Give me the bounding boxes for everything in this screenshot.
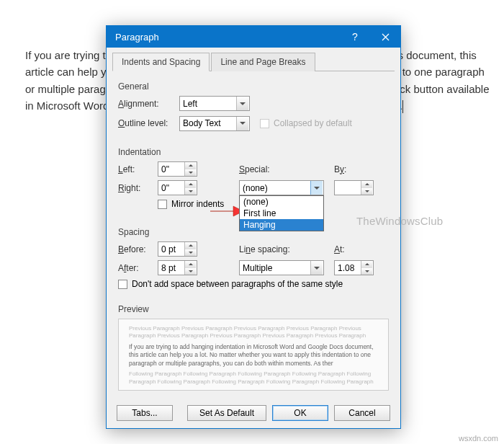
option-none[interactable]: (none) [240,196,323,208]
spin-down-icon[interactable] [185,188,196,195]
left-indent-label: Left: [118,164,158,174]
group-general: General [118,81,389,92]
dropdown-icon [310,261,323,275]
tabs-button[interactable]: Tabs... [117,405,173,421]
line-spacing-select[interactable]: Multiple [239,260,324,275]
group-preview: Preview [118,304,389,314]
tab-line-page-breaks[interactable]: Line and Page Breaks [211,53,315,71]
spin-up-icon[interactable] [185,261,196,268]
spin-up-icon[interactable] [361,181,372,188]
no-space-checkbox[interactable]: Don't add space between paragraphs of th… [118,279,389,289]
spin-down-icon[interactable] [185,268,196,275]
dropdown-icon [236,97,248,110]
dialog-title: Paragraph [115,32,159,43]
spin-down-icon[interactable] [185,249,196,257]
checkbox-icon [158,200,167,209]
spin-up-icon[interactable] [185,242,196,249]
special-label: Special: [239,164,282,174]
tab-bar: Indents and Spacing Line and Page Breaks [112,52,395,71]
close-icon [382,33,390,41]
by-spinner[interactable] [334,180,374,195]
dialog-footer: Tabs... Set As Default OK Cancel [107,405,400,421]
option-first-line[interactable]: First line [240,208,323,219]
before-spinner[interactable] [158,241,197,257]
left-indent-input[interactable] [158,162,184,176]
at-spinner[interactable] [334,260,374,275]
right-indent-label: Right: [118,183,158,193]
after-spinner[interactable] [158,260,197,275]
spin-down-icon[interactable] [361,268,372,275]
spin-down-icon[interactable] [361,188,372,195]
close-button[interactable] [370,26,400,48]
at-label: At: [334,244,356,254]
collapsed-checkbox: Collapsed by default [260,118,352,128]
option-hanging[interactable]: Hanging [240,219,323,231]
cancel-button[interactable]: Cancel [334,405,390,421]
spin-up-icon[interactable] [185,181,196,188]
spin-up-icon[interactable] [361,261,372,268]
dropdown-icon [310,181,323,195]
set-default-button[interactable]: Set As Default [187,405,266,421]
checkbox-icon [118,280,127,289]
left-indent-spinner[interactable] [158,161,197,177]
help-button[interactable]: ? [340,26,370,48]
outline-select[interactable]: Body Text [179,116,250,131]
preview-box: Previous Paragraph Previous Paragraph Pr… [118,319,389,391]
before-input[interactable] [158,242,184,256]
special-dropdown-list[interactable]: (none) First line Hanging [239,195,324,231]
after-input[interactable] [158,261,184,275]
dropdown-icon [236,117,248,130]
dialog-titlebar[interactable]: Paragraph ? [107,26,400,48]
outline-label: Outline level: [118,118,179,128]
line-spacing-label: Line spacing: [239,244,304,254]
checkbox-icon [260,119,269,128]
spin-down-icon[interactable] [185,169,196,177]
before-label: Before: [118,244,158,254]
at-input[interactable] [335,261,361,275]
paragraph-dialog: Paragraph ? Indents and Spacing Line and… [106,25,401,429]
special-select[interactable]: (none) [239,180,324,195]
spin-up-icon[interactable] [185,162,196,169]
right-indent-spinner[interactable] [158,180,197,195]
alignment-select[interactable]: Left [179,96,250,111]
group-indentation: Indentation [118,147,389,157]
by-input[interactable] [335,181,361,195]
after-label: After: [118,263,158,273]
ok-button[interactable]: OK [272,405,328,421]
right-indent-input[interactable] [158,181,184,195]
by-label: By: [334,164,356,174]
watermark-text: TheWindowsClub [356,215,443,227]
alignment-label: Alignment: [118,99,179,109]
credit-text: wsxdn.com [459,434,498,443]
tab-indents-spacing[interactable]: Indents and Spacing [112,53,210,71]
tab-content: General Alignment: Left Outline level: B… [107,71,400,398]
